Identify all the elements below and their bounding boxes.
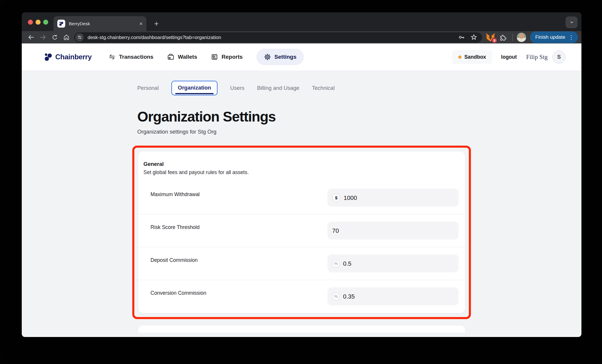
browser-toolbar: desk-stg.chainberry.com/dashboard/settin… [22, 31, 581, 43]
back-button[interactable] [25, 31, 37, 43]
berry-logo-icon [44, 53, 53, 62]
close-window-button[interactable] [28, 20, 33, 25]
nav-item-settings[interactable]: Settings [256, 49, 304, 65]
chevron-down-icon [568, 19, 575, 26]
risk-score-threshold-input[interactable]: 70 [327, 222, 459, 240]
finish-update-label: Finish update [535, 34, 565, 40]
sandbox-dot-icon [458, 55, 461, 59]
back-arrow-icon [28, 34, 35, 41]
section-description: Set global fees and payout rules for all… [143, 169, 458, 176]
navbar-right: Sandbox logout Filip Stg S [452, 50, 566, 64]
extension-badge: 9 [491, 38, 497, 43]
field-row-maximum-withdrawal: Maximum Withdrawal $ 1000 [138, 181, 465, 214]
percent-unit-icon: % [332, 260, 340, 267]
page-subtitle: Organization settings for Stg Org [137, 129, 471, 135]
conversion-commission-input[interactable]: % 0.35 [327, 287, 459, 305]
berrydesk-favicon-icon [57, 20, 65, 28]
settings-fields: Maximum Withdrawal $ 1000 Risk Score Thr… [138, 181, 465, 313]
field-value: 1000 [344, 194, 357, 201]
tab-search-button[interactable] [566, 16, 578, 28]
browser-menu-icon[interactable]: ⋮ [568, 35, 574, 40]
card-header: General Set global fees and payout rules… [138, 161, 465, 176]
new-tab-button[interactable]: + [151, 18, 162, 29]
home-icon [63, 34, 70, 41]
zoom-window-button[interactable] [43, 20, 48, 25]
metamask-extension-button[interactable]: 9 [486, 33, 495, 42]
reload-icon [51, 34, 58, 41]
deposit-commission-input[interactable]: % 0.5 [327, 255, 459, 272]
browser-window: BerryDesk × + [22, 12, 581, 337]
user-name: Filip Stg [526, 53, 548, 61]
tab-organization[interactable]: Organization [171, 81, 218, 95]
brand-logo[interactable]: Chainberry [44, 53, 92, 62]
next-card-top-edge [138, 326, 465, 333]
browser-tab[interactable]: BerryDesk × [53, 16, 146, 31]
transactions-icon [108, 53, 116, 61]
settings-gear-icon [264, 53, 271, 61]
tab-title: BerryDesk [69, 21, 90, 26]
section-title: General [143, 161, 458, 167]
field-label: Risk Score Threshold [150, 222, 200, 240]
browser-profile-avatar[interactable] [516, 32, 526, 42]
field-row-deposit-commission: Deposit Commission % 0.5 [138, 247, 465, 280]
field-label: Deposit Commission [150, 255, 198, 272]
user-avatar[interactable]: S [552, 50, 566, 64]
toolbar-divider [512, 34, 513, 41]
reload-button[interactable] [49, 31, 61, 43]
macos-traffic-lights [28, 20, 48, 25]
field-value: 0.35 [343, 293, 355, 300]
reports-icon [211, 53, 218, 61]
forward-arrow-icon [39, 34, 46, 41]
forward-button[interactable] [37, 31, 49, 43]
tab-close-icon[interactable]: × [139, 21, 143, 26]
field-value: 70 [332, 227, 339, 234]
field-label: Maximum Withdrawal [150, 189, 200, 207]
settings-tabs: Personal Organization Users Billing and … [132, 80, 471, 96]
nav-item-transactions[interactable]: Transactions [108, 53, 153, 61]
logout-button[interactable]: logout [501, 54, 517, 60]
field-label: Conversion Commission [150, 287, 206, 305]
site-settings-icon[interactable] [75, 33, 84, 42]
tab-users[interactable]: Users [230, 85, 244, 91]
nav-item-wallets[interactable]: Wallets [167, 53, 197, 61]
nav-item-reports[interactable]: Reports [211, 53, 243, 61]
puzzle-icon [499, 34, 506, 41]
bookmark-star-icon[interactable] [470, 34, 477, 41]
annotation-highlight-box: General Set global fees and payout rules… [132, 146, 471, 319]
browser-tabstrip: BerryDesk × + [22, 12, 581, 31]
wallet-icon [167, 53, 175, 61]
app-navbar: Chainberry Transactions Wallets [22, 43, 581, 70]
environment-badge: Sandbox [452, 50, 492, 64]
extensions-button[interactable] [497, 31, 509, 43]
brand-name: Chainberry [55, 53, 92, 61]
url-bar[interactable]: desk-stg.chainberry.com/dashboard/settin… [74, 32, 482, 43]
general-settings-card: General Set global fees and payout rules… [138, 151, 465, 313]
field-row-conversion-commission: Conversion Commission % 0.35 [138, 280, 465, 313]
settings-page: Personal Organization Users Billing and … [132, 70, 471, 333]
finish-update-button[interactable]: Finish update ⋮ [530, 31, 578, 43]
field-value: 0.5 [343, 260, 352, 267]
maximum-withdrawal-input[interactable]: $ 1000 [327, 189, 459, 207]
dollar-unit-icon: $ [332, 194, 340, 202]
password-key-icon[interactable] [458, 34, 465, 41]
tab-billing-and-usage[interactable]: Billing and Usage [257, 85, 299, 91]
tab-personal[interactable]: Personal [137, 85, 159, 91]
home-button[interactable] [61, 31, 72, 43]
minimize-window-button[interactable] [36, 20, 41, 25]
page-title: Organization Settings [137, 109, 471, 125]
field-row-risk-score-threshold: Risk Score Threshold 70 [138, 214, 465, 247]
percent-unit-icon: % [332, 293, 340, 300]
tab-technical[interactable]: Technical [312, 85, 335, 91]
main-nav: Transactions Wallets R [108, 49, 304, 65]
page-content: Chainberry Transactions Wallets [22, 43, 581, 337]
url-text: desk-stg.chainberry.com/dashboard/settin… [88, 35, 221, 40]
